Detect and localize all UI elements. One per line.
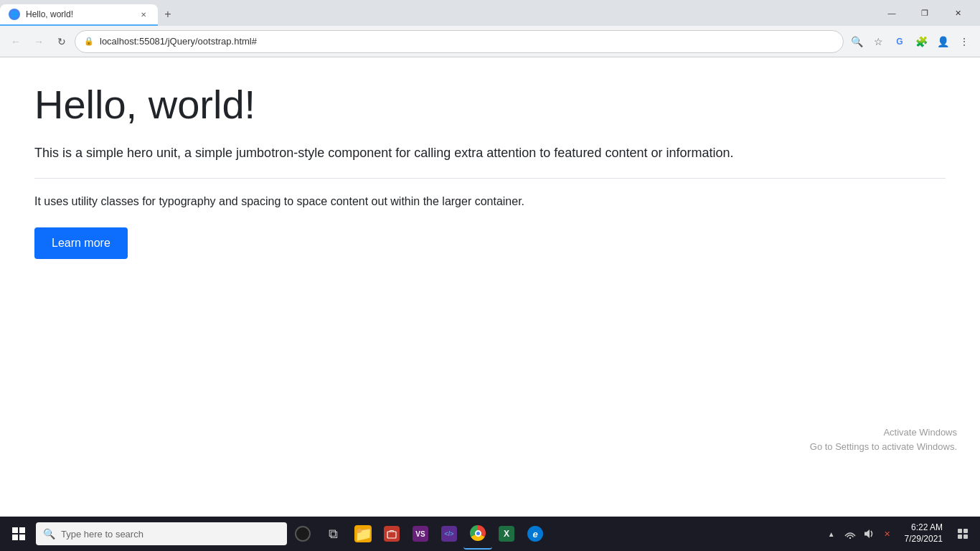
activate-line2: Go to Settings to activate Windows. — [810, 440, 957, 454]
tab-close-button[interactable]: ✕ — [138, 9, 149, 20]
maximize-button[interactable]: ❐ — [908, 0, 941, 26]
taskbar-apps: 📁 VS </> X — [349, 518, 550, 550]
task-view-icon: ⧉ — [324, 525, 341, 542]
new-tab-button[interactable]: + — [158, 4, 178, 24]
tray-expand[interactable]: ▲ — [823, 522, 840, 545]
search-placeholder: Type here to search — [61, 529, 143, 540]
search-icon: 🔍 — [43, 528, 55, 540]
task-view-button[interactable]: ⧉ — [319, 518, 347, 550]
taskbar-excel[interactable]: X — [492, 518, 521, 550]
svg-rect-5 — [963, 534, 968, 539]
hero-title: Hello, world! — [34, 80, 946, 128]
taskbar-search[interactable]: 🔍 Type here to search — [36, 522, 287, 545]
browser-window: 🌐 Hello, world! ✕ + — ❐ ✕ ← → ↻ 🔒 localh… — [0, 0, 980, 551]
page-content: Hello, world! This is a simple hero unit… — [0, 57, 980, 517]
taskbar-store[interactable] — [377, 518, 406, 550]
vscode-icon: </> — [441, 526, 457, 542]
minimize-button[interactable]: — — [875, 0, 908, 26]
title-bar: 🌐 Hello, world! ✕ + — ❐ ✕ — [0, 0, 980, 26]
taskbar-file-explorer[interactable]: 📁 — [349, 518, 377, 550]
taskbar-chrome[interactable] — [463, 518, 492, 550]
url-text: localhost:55081/jQuery/ootstrap.html# — [100, 36, 834, 47]
profile-icon[interactable]: 👤 — [933, 32, 953, 52]
reload-button[interactable]: ↻ — [52, 32, 72, 52]
address-bar: ← → ↻ 🔒 localhost:55081/jQuery/ootstrap.… — [0, 26, 980, 57]
bookmark-icon[interactable]: ☆ — [868, 32, 888, 52]
system-tray: ▲ ✕ — [823, 522, 896, 545]
svg-rect-4 — [958, 534, 962, 539]
excel-icon: X — [499, 526, 514, 542]
svg-rect-2 — [958, 529, 962, 533]
windows-icon — [12, 527, 25, 540]
tray-battery-x[interactable]: ✕ — [879, 522, 896, 545]
close-button[interactable]: ✕ — [941, 0, 974, 26]
ie-icon: e — [527, 526, 543, 542]
cortana-icon — [295, 526, 311, 542]
file-explorer-icon: 📁 — [354, 525, 372, 542]
extensions-icon[interactable]: 🧩 — [911, 32, 931, 52]
svg-rect-3 — [963, 529, 968, 533]
window-controls: — ❐ ✕ — [870, 0, 980, 26]
menu-icon[interactable]: ⋮ — [954, 32, 974, 52]
search-toolbar-icon[interactable]: 🔍 — [847, 32, 867, 52]
security-icon: 🔒 — [84, 37, 94, 46]
tab-favicon: 🌐 — [9, 9, 20, 20]
translate-icon[interactable]: G — [890, 32, 910, 52]
hero-sub-text: It uses utility classes for typography a… — [34, 193, 946, 210]
toolbar-icons: 🔍 ☆ G 🧩 👤 ⋮ — [847, 32, 974, 52]
tray-network[interactable] — [842, 522, 859, 545]
start-button[interactable] — [3, 518, 34, 550]
hero-divider — [34, 178, 946, 179]
browser-tab[interactable]: 🌐 Hello, world! ✕ — [0, 4, 158, 26]
taskbar-ie[interactable]: e — [521, 518, 550, 550]
forward-button[interactable]: → — [29, 32, 49, 52]
learn-more-button[interactable]: Learn more — [34, 227, 128, 259]
back-button[interactable]: ← — [6, 32, 26, 52]
hero-description: This is a simple hero unit, a simple jum… — [34, 143, 946, 164]
taskbar-right: ▲ ✕ 6:22 AM 7/29 — [823, 518, 977, 550]
system-clock[interactable]: 6:22 AM 7/29/2021 — [899, 522, 948, 545]
tab-title: Hello, world! — [26, 9, 132, 19]
taskbar: 🔍 Type here to search ⧉ 📁 VS — [0, 517, 980, 551]
activate-line1: Activate Windows — [810, 425, 957, 440]
svg-rect-0 — [387, 532, 396, 538]
notification-button[interactable] — [951, 518, 974, 550]
taskbar-visual-studio[interactable]: VS — [406, 518, 435, 550]
svg-point-1 — [849, 537, 850, 539]
url-bar[interactable]: 🔒 localhost:55081/jQuery/ootstrap.html# — [75, 30, 844, 53]
tray-volume[interactable] — [860, 522, 877, 545]
clock-date: 7/29/2021 — [905, 534, 943, 545]
visual-studio-icon: VS — [413, 526, 428, 542]
taskbar-vscode[interactable]: </> — [435, 518, 463, 550]
chrome-icon — [470, 525, 486, 541]
store-icon — [384, 526, 400, 542]
activate-watermark: Activate Windows Go to Settings to activ… — [810, 425, 957, 453]
clock-time: 6:22 AM — [905, 522, 943, 534]
tab-strip: 🌐 Hello, world! ✕ + — [0, 0, 870, 26]
cortana-button[interactable] — [288, 518, 317, 550]
